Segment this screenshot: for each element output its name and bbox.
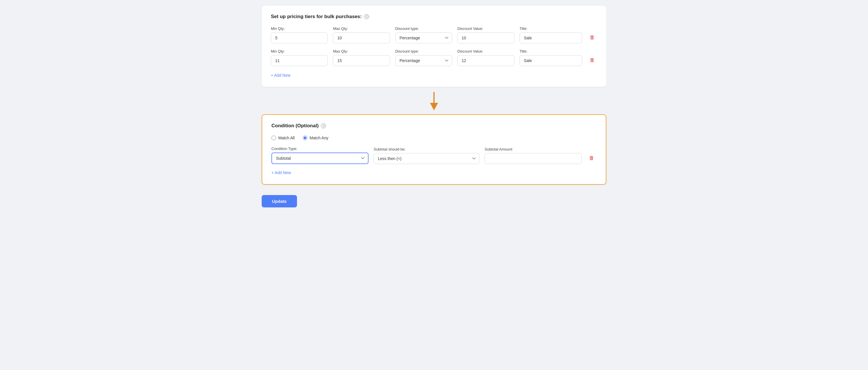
discount-type-select-2[interactable]: Percentage Fixed bbox=[395, 55, 452, 66]
subtotal-amount-input[interactable] bbox=[485, 153, 582, 164]
min-qty-group-1: Min Qty: bbox=[271, 26, 328, 43]
title-group-1: Title: bbox=[520, 26, 582, 43]
radio-group: Match All Match Any bbox=[272, 135, 596, 140]
discount-type-select-wrapper-1: Percentage Fixed bbox=[395, 32, 452, 43]
discount-value-label-2: Discount Value: bbox=[457, 49, 514, 54]
max-qty-input-2[interactable] bbox=[333, 55, 390, 66]
pricing-row-2-fields: Min Qty: Max Qty: Discount type: Percent… bbox=[271, 49, 597, 66]
match-all-label-text: Match All bbox=[278, 135, 295, 140]
match-all-radio-label[interactable]: Match All bbox=[272, 135, 295, 140]
condition-info-icon[interactable]: ⓘ bbox=[321, 123, 326, 128]
pricing-add-new-button[interactable]: + Add New bbox=[271, 72, 290, 79]
condition-trash-icon: 🗑 bbox=[589, 155, 594, 161]
down-arrow-icon bbox=[429, 92, 439, 110]
pricing-row-1-fields: Min Qty: Max Qty: Discount type: Percent… bbox=[271, 26, 597, 43]
max-qty-group-2: Max Qty: bbox=[333, 49, 390, 66]
condition-card: Condition (Optional) ⓘ Match All Match A… bbox=[262, 114, 606, 185]
delete-button-1[interactable]: 🗑 bbox=[587, 32, 597, 43]
title-input-1[interactable] bbox=[520, 32, 582, 43]
discount-value-label-1: Discount Value: bbox=[457, 26, 514, 31]
discount-type-label-2: Discount type: bbox=[395, 49, 452, 54]
discount-value-input-1[interactable] bbox=[457, 32, 514, 43]
subtotal-amount-group: Subtotal Amount: bbox=[485, 147, 582, 164]
update-button-label: Update bbox=[272, 199, 287, 204]
pricing-card-title: Set up pricing tiers for bulk purchases:… bbox=[271, 14, 597, 20]
title-input-2[interactable] bbox=[520, 55, 582, 66]
discount-type-group-2: Discount type: Percentage Fixed bbox=[395, 49, 452, 66]
condition-title-text: Condition (Optional) bbox=[272, 123, 318, 129]
min-qty-group-2: Min Qty: bbox=[271, 49, 328, 66]
max-qty-label-2: Max Qty: bbox=[333, 49, 390, 54]
condition-fields-row: Condition Type: Subtotal Quantity Subtot… bbox=[272, 147, 596, 164]
trash-icon-1: 🗑 bbox=[590, 34, 595, 40]
pricing-row-2: Min Qty: Max Qty: Discount type: Percent… bbox=[271, 49, 597, 66]
condition-type-label: Condition Type: bbox=[272, 147, 369, 151]
svg-marker-1 bbox=[430, 103, 438, 110]
page-wrapper: Set up pricing tiers for bulk purchases:… bbox=[262, 6, 606, 207]
subtotal-should-label: Subtotal should be: bbox=[374, 147, 479, 151]
condition-type-select-wrapper: Subtotal Quantity bbox=[272, 153, 369, 164]
condition-type-select[interactable]: Subtotal Quantity bbox=[272, 153, 369, 164]
arrow-container bbox=[262, 87, 606, 114]
trash-icon-2: 🗑 bbox=[590, 57, 595, 63]
discount-value-group-1: Discount Value: bbox=[457, 26, 514, 43]
max-qty-group-1: Max Qty: bbox=[333, 26, 390, 43]
discount-type-label-1: Discount type: bbox=[395, 26, 452, 31]
min-qty-input-1[interactable] bbox=[271, 32, 328, 43]
condition-add-new-button[interactable]: + Add New bbox=[272, 169, 291, 176]
pricing-tiers-card: Set up pricing tiers for bulk purchases:… bbox=[262, 6, 606, 87]
discount-type-select-wrapper-2: Percentage Fixed bbox=[395, 55, 452, 66]
pricing-info-icon[interactable]: ⓘ bbox=[364, 14, 369, 19]
discount-value-group-2: Discount Value: bbox=[457, 49, 514, 66]
condition-delete-button[interactable]: 🗑 bbox=[587, 153, 596, 163]
title-label-1: Title: bbox=[520, 26, 582, 31]
match-any-radio-label[interactable]: Match Any bbox=[303, 135, 328, 140]
discount-type-select-1[interactable]: Percentage Fixed bbox=[395, 32, 452, 43]
match-all-radio[interactable] bbox=[272, 135, 276, 140]
min-qty-input-2[interactable] bbox=[271, 55, 328, 66]
title-label-2: Title: bbox=[520, 49, 582, 54]
match-any-label-text: Match Any bbox=[310, 135, 328, 140]
subtotal-should-group: Subtotal should be: Less then (<) Greate… bbox=[374, 147, 479, 164]
update-button[interactable]: Update bbox=[262, 195, 297, 207]
pricing-add-new-label: + Add New bbox=[271, 73, 290, 78]
min-qty-label-2: Min Qty: bbox=[271, 49, 328, 54]
condition-card-title: Condition (Optional) ⓘ bbox=[272, 123, 596, 129]
title-group-2: Title: bbox=[520, 49, 582, 66]
condition-type-group: Condition Type: Subtotal Quantity bbox=[272, 147, 369, 164]
discount-value-input-2[interactable] bbox=[457, 55, 514, 66]
discount-type-group-1: Discount type: Percentage Fixed bbox=[395, 26, 452, 43]
subtotal-should-select-wrapper: Less then (<) Greater than (>) Equal to … bbox=[374, 153, 479, 164]
max-qty-label-1: Max Qty: bbox=[333, 26, 390, 31]
match-any-radio[interactable] bbox=[303, 135, 307, 140]
pricing-title-text: Set up pricing tiers for bulk purchases: bbox=[271, 14, 362, 20]
min-qty-label-1: Min Qty: bbox=[271, 26, 328, 31]
condition-add-new-label: + Add New bbox=[272, 171, 291, 175]
delete-button-2[interactable]: 🗑 bbox=[587, 55, 597, 65]
subtotal-amount-label: Subtotal Amount: bbox=[485, 147, 582, 151]
subtotal-should-select[interactable]: Less then (<) Greater than (>) Equal to … bbox=[374, 153, 479, 164]
max-qty-input-1[interactable] bbox=[333, 32, 390, 43]
pricing-row-1: Min Qty: Max Qty: Discount type: Percent… bbox=[271, 26, 597, 43]
